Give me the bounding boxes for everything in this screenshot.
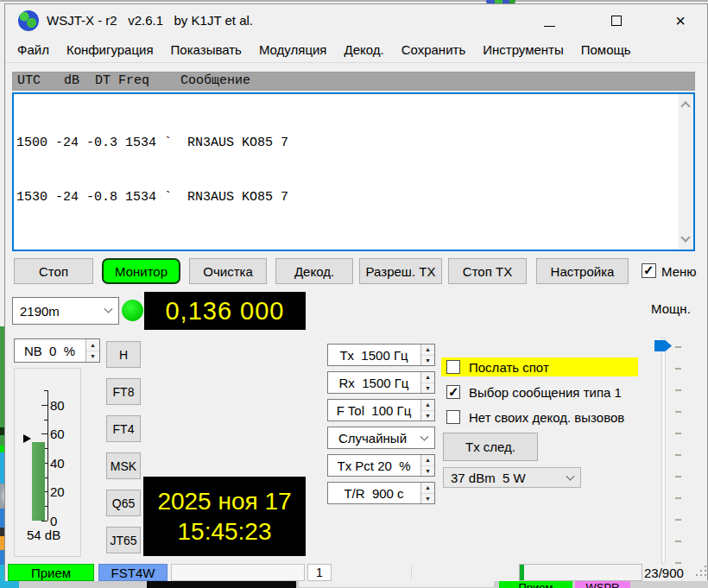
tr-progress-label: 23/900 bbox=[644, 564, 694, 581]
spin-up-icon[interactable]: ▲ bbox=[421, 400, 434, 411]
spin-down-icon[interactable]: ▼ bbox=[86, 351, 99, 363]
meter-tick bbox=[41, 433, 47, 434]
menu-help[interactable]: Помощь bbox=[572, 38, 640, 62]
meter-tick bbox=[44, 420, 47, 420]
maximize-button[interactable] bbox=[597, 4, 635, 37]
f-tol-value: F Tol 100 Гц bbox=[328, 400, 420, 420]
random-select-value: Случайный bbox=[328, 427, 417, 448]
menu-view[interactable]: Показывать bbox=[162, 38, 250, 62]
tr-period-value: T/R 900 c bbox=[328, 483, 420, 503]
decode-button[interactable]: Декод. bbox=[275, 258, 353, 284]
tx-pct-spin-buttons[interactable]: ▲▼ bbox=[420, 455, 434, 476]
background-rx-badge: Прием bbox=[499, 580, 572, 588]
nb-spin-buttons[interactable]: ▲▼ bbox=[85, 339, 99, 362]
no-own-call-option[interactable]: Нет своих декод. вызовов bbox=[441, 408, 638, 427]
slider-tick bbox=[675, 476, 681, 477]
meter-scale-label: 40 bbox=[50, 456, 65, 471]
close-button[interactable]: × bbox=[661, 4, 699, 37]
rig-status-led bbox=[122, 300, 143, 321]
msg-type1-option[interactable]: Выбор сообщения типа 1 bbox=[441, 383, 638, 401]
rx-freq-spin-buttons[interactable]: ▲▼ bbox=[420, 372, 434, 393]
rx-freq-spinner[interactable]: Rx 1500 Гц ▲▼ bbox=[327, 371, 435, 394]
upload-spots-label: Послать спот bbox=[469, 360, 549, 375]
power-slider-handle[interactable] bbox=[654, 340, 672, 351]
minimize-button[interactable] bbox=[530, 4, 568, 37]
menu-tools[interactable]: Инструменты bbox=[474, 38, 572, 62]
scroll-up-icon[interactable] bbox=[680, 101, 690, 111]
menu-file[interactable]: Файл bbox=[9, 38, 58, 62]
power-slider-track[interactable] bbox=[661, 338, 666, 564]
stop-button[interactable]: Стоп bbox=[14, 258, 93, 284]
spin-down-icon[interactable]: ▼ bbox=[421, 494, 434, 504]
status-bar: Прием FST4W 1 23/900 bbox=[5, 564, 707, 581]
decode-row[interactable]: 1530 -24 -0.8 1534 ` RN3AUS KO85 7 bbox=[16, 188, 288, 206]
resize-grip[interactable] bbox=[696, 566, 708, 578]
spin-up-icon[interactable]: ▲ bbox=[421, 372, 434, 383]
title-bar[interactable]: WSJT-X - r2 v2.6.1 by K1JT et al. × bbox=[5, 4, 707, 37]
enable-tx-button[interactable]: Разреш. TX bbox=[359, 258, 442, 284]
tx-freq-value: Tx 1500 Гц bbox=[328, 345, 420, 365]
spin-up-icon[interactable]: ▲ bbox=[421, 455, 434, 466]
tx-pct-value: Tx Pct 20 % bbox=[328, 455, 420, 476]
tx-power-select[interactable]: 37 dBm 5 W bbox=[443, 467, 581, 488]
scroll-down-icon[interactable] bbox=[680, 232, 690, 242]
mode-button-jt65[interactable]: JT65 bbox=[106, 527, 141, 553]
meter-scale-label: 20 bbox=[50, 484, 65, 499]
spin-down-icon[interactable]: ▼ bbox=[421, 356, 434, 366]
power-slider-label: Мощн. bbox=[651, 301, 691, 316]
menu-configuration[interactable]: Конфигурация bbox=[58, 38, 162, 62]
tx-power-value: 37 dBm 5 W bbox=[451, 471, 526, 485]
no-own-call-checkbox[interactable] bbox=[446, 410, 460, 424]
random-select-combo[interactable]: Случайный bbox=[327, 427, 435, 449]
upload-spots-checkbox[interactable] bbox=[446, 360, 460, 374]
erase-button[interactable]: Очистка bbox=[189, 258, 267, 284]
mode-button-h[interactable]: H bbox=[106, 341, 141, 368]
menu-decode[interactable]: Декод. bbox=[336, 38, 393, 62]
decode-rows: 1500 -24 -0.3 1534 ` RN3AUS KO85 7 1530 … bbox=[16, 98, 288, 243]
tx-next-button[interactable]: Tx след. bbox=[443, 433, 538, 461]
menu-checkbox[interactable] bbox=[642, 263, 656, 278]
meter-value-label: 54 dB bbox=[27, 528, 60, 542]
spin-up-icon[interactable]: ▲ bbox=[421, 345, 434, 356]
background-window-bottom-fragment: Прием WSPR bbox=[0, 580, 708, 588]
background-wspr-badge: WSPR bbox=[575, 580, 630, 588]
mode-button-msk[interactable]: MSK bbox=[106, 452, 141, 479]
decode-text-area[interactable]: 1500 -24 -0.3 1534 ` RN3AUS KO85 7 1530 … bbox=[12, 92, 695, 251]
clock-time: 15:45:23 bbox=[178, 518, 272, 546]
tx-pct-spinner[interactable]: Tx Pct 20 % ▲▼ bbox=[327, 454, 435, 477]
band-select[interactable]: 2190m bbox=[12, 297, 119, 325]
tr-period-spin-buttons[interactable]: ▲▼ bbox=[420, 483, 434, 503]
meter-tick bbox=[44, 390, 47, 391]
tune-button[interactable]: Настройка bbox=[536, 258, 629, 284]
nb-percent-spinner[interactable]: NB 0 % ▲▼ bbox=[14, 338, 100, 363]
spin-down-icon[interactable]: ▼ bbox=[421, 466, 434, 477]
mode-button-ft4[interactable]: FT4 bbox=[106, 415, 141, 442]
spin-up-icon[interactable]: ▲ bbox=[86, 339, 99, 351]
msg-type1-label: Выбор сообщения типа 1 bbox=[469, 385, 622, 400]
chevron-down-icon bbox=[566, 472, 575, 481]
decode-scrollbar[interactable] bbox=[679, 94, 693, 250]
slider-tick bbox=[675, 519, 681, 521]
mode-button-q65[interactable]: Q65 bbox=[106, 490, 141, 516]
monitor-button[interactable]: Монитор bbox=[102, 258, 180, 284]
upload-spots-option[interactable]: Послать спот bbox=[441, 357, 638, 376]
msg-type1-checkbox[interactable] bbox=[446, 385, 460, 399]
spin-down-icon[interactable]: ▼ bbox=[421, 383, 434, 394]
f-tol-spinner[interactable]: F Tol 100 Гц ▲▼ bbox=[327, 399, 435, 421]
decode-row[interactable]: 1500 -24 -0.3 1534 ` RN3AUS KO85 7 bbox=[16, 134, 288, 152]
wsjtx-main-window: WSJT-X - r2 v2.6.1 by K1JT et al. × Файл… bbox=[4, 3, 708, 580]
tx-freq-spin-buttons[interactable]: ▲▼ bbox=[420, 345, 434, 365]
background-window-edge bbox=[0, 0, 708, 2]
spin-up-icon[interactable]: ▲ bbox=[421, 483, 434, 494]
halt-tx-button[interactable]: Стоп TX bbox=[448, 258, 527, 284]
tx-freq-spinner[interactable]: Tx 1500 Гц ▲▼ bbox=[327, 344, 435, 366]
tr-period-spinner[interactable]: T/R 900 c ▲▼ bbox=[327, 482, 435, 504]
menu-save[interactable]: Сохранить bbox=[393, 38, 475, 62]
tr-progress-bar bbox=[519, 564, 642, 581]
spin-down-icon[interactable]: ▼ bbox=[421, 411, 434, 421]
rx-level-meter: 80 60 40 20 0 54 dB bbox=[14, 368, 81, 557]
menu-mode[interactable]: Модуляция bbox=[250, 38, 336, 62]
mode-button-ft8[interactable]: FT8 bbox=[106, 378, 141, 405]
f-tol-spin-buttons[interactable]: ▲▼ bbox=[420, 400, 434, 420]
meter-tick bbox=[41, 405, 47, 406]
